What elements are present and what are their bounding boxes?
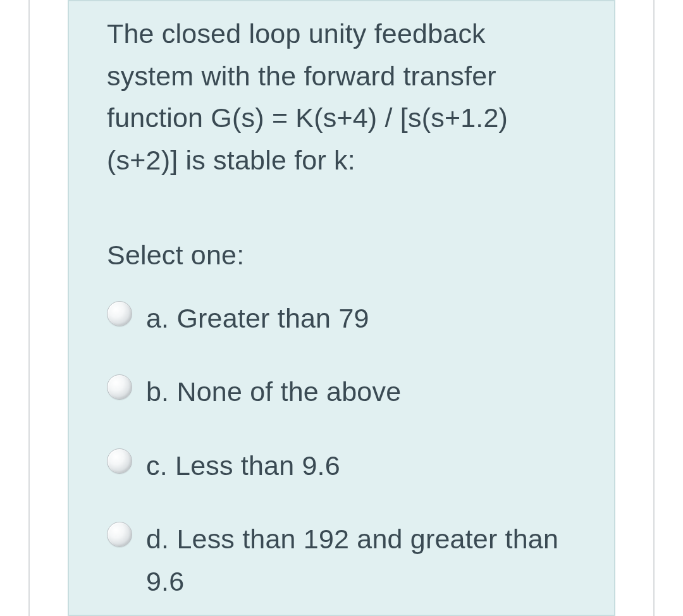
option-label: d. Less than 192 and greater than 9.6 [146,518,576,602]
options-list: a. Greater than 79 b. None of the above … [107,297,576,616]
option-label: a. Greater than 79 [146,297,369,340]
option-label: c. Less than 9.6 [146,445,340,487]
page-mid-frame: The closed loop unity feedback system wi… [28,0,655,616]
question-card: The closed loop unity feedback system wi… [68,0,615,616]
radio-icon[interactable] [107,522,132,547]
option-d[interactable]: d. Less than 192 and greater than 9.6 [107,518,576,602]
radio-icon[interactable] [107,301,132,326]
page-outer-frame: The closed loop unity feedback system wi… [0,0,683,616]
option-label: b. None of the above [146,371,401,413]
option-a[interactable]: a. Greater than 79 [107,297,576,340]
question-text: The closed loop unity feedback system wi… [107,13,576,182]
option-c[interactable]: c. Less than 9.6 [107,445,576,487]
radio-icon[interactable] [107,374,132,400]
radio-icon[interactable] [107,448,132,474]
option-b[interactable]: b. None of the above [107,371,576,413]
select-one-prompt: Select one: [107,240,576,271]
